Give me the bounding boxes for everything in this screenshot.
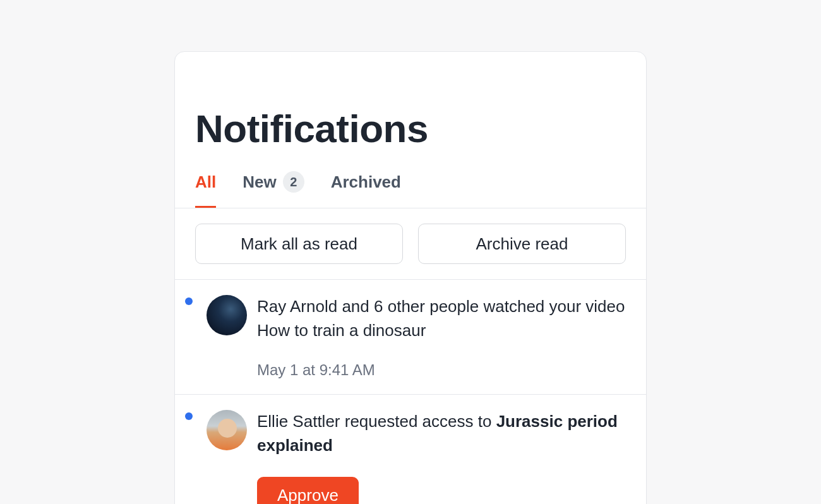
notification-message-prefix: Ellie Sattler requested access to <box>257 412 496 431</box>
archive-read-button[interactable]: Archive read <box>418 224 626 264</box>
notification-message: Ray Arnold and 6 other people watched yo… <box>257 295 626 342</box>
notification-body: Ray Arnold and 6 other people watched yo… <box>257 295 626 379</box>
notification-item[interactable]: Ray Arnold and 6 other people watched yo… <box>175 280 646 395</box>
unread-indicator-col <box>185 295 196 379</box>
notification-time: May 1 at 9:41 AM <box>257 361 626 379</box>
tab-all[interactable]: All <box>195 172 216 208</box>
notification-item[interactable]: Ellie Sattler requested access to Jurass… <box>175 395 646 504</box>
notifications-card: Notifications All New 2 Archived Mark al… <box>174 51 647 504</box>
tabs: All New 2 Archived <box>175 151 646 208</box>
unread-indicator-col <box>185 410 196 504</box>
tab-all-label: All <box>195 172 216 192</box>
approve-button[interactable]: Approve <box>257 477 359 504</box>
tab-new-badge: 2 <box>283 171 304 193</box>
bulk-actions: Mark all as read Archive read <box>175 208 646 280</box>
unread-dot-icon <box>185 297 193 305</box>
tab-new-label: New <box>243 172 276 192</box>
tab-archived-label: Archived <box>331 172 401 192</box>
mark-all-read-button[interactable]: Mark all as read <box>195 224 403 264</box>
notification-body: Ellie Sattler requested access to Jurass… <box>257 410 626 504</box>
tab-new[interactable]: New 2 <box>243 171 304 208</box>
avatar <box>207 410 247 450</box>
notification-message: Ellie Sattler requested access to Jurass… <box>257 410 626 457</box>
page-title: Notifications <box>175 52 646 151</box>
tab-archived[interactable]: Archived <box>331 172 401 208</box>
avatar <box>207 295 247 335</box>
unread-dot-icon <box>185 412 193 420</box>
